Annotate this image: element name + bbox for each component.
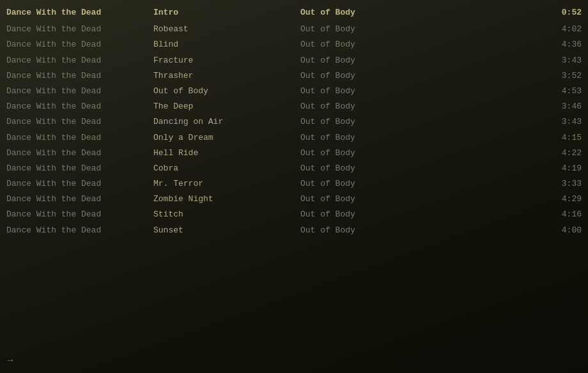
track-duration: 4:00 — [447, 225, 582, 236]
track-album: Out of Body — [300, 86, 447, 97]
table-row[interactable]: Dance With the Dead Zombie Night Out of … — [0, 192, 588, 207]
track-title: Thrasher — [153, 70, 300, 82]
track-artist: Dance With the Dead — [6, 24, 153, 35]
track-album: Out of Body — [300, 178, 447, 190]
table-row[interactable]: Dance With the Dead Out of Body Out of B… — [0, 84, 588, 99]
track-duration: 3:43 — [447, 116, 582, 128]
track-artist: Dance With the Dead — [6, 148, 153, 159]
track-duration: 4:22 — [447, 148, 582, 159]
track-album: Out of Body — [300, 225, 447, 236]
track-title: The Deep — [153, 101, 300, 112]
track-duration: 4:53 — [447, 86, 582, 97]
track-album: Out of Body — [300, 194, 447, 205]
track-duration: 3:43 — [447, 55, 582, 66]
track-title: Only a Dream — [153, 132, 300, 144]
track-title: Fracture — [153, 55, 300, 66]
track-title: Sunset — [153, 225, 300, 236]
track-artist: Dance With the Dead — [6, 86, 153, 97]
track-title: Out of Body — [153, 86, 300, 97]
track-artist: Dance With the Dead — [6, 70, 153, 82]
track-title: Stitch — [153, 209, 300, 220]
table-row[interactable]: Dance With the Dead Cobra Out of Body 4:… — [0, 161, 588, 176]
track-album: Out of Body — [300, 116, 447, 128]
header-album: Out of Body — [300, 7, 447, 19]
track-duration: 4:15 — [447, 132, 582, 144]
table-row[interactable]: Dance With the Dead Mr. Terror Out of Bo… — [0, 176, 588, 192]
track-album: Out of Body — [300, 209, 447, 220]
track-title: Zombie Night — [153, 194, 300, 205]
track-album: Out of Body — [300, 24, 447, 35]
track-artist: Dance With the Dead — [6, 163, 153, 174]
track-album: Out of Body — [300, 101, 447, 112]
track-artist: Dance With the Dead — [6, 116, 153, 128]
track-album: Out of Body — [300, 70, 447, 82]
table-row[interactable]: Dance With the Dead Fracture Out of Body… — [0, 53, 588, 68]
track-artist: Dance With the Dead — [6, 55, 153, 66]
track-album: Out of Body — [300, 39, 447, 50]
track-title: Cobra — [153, 163, 300, 174]
track-album: Out of Body — [300, 132, 447, 144]
track-duration: 4:36 — [447, 39, 582, 50]
track-duration: 3:52 — [447, 70, 582, 82]
track-title: Dancing on Air — [153, 116, 300, 128]
track-duration: 3:46 — [447, 101, 582, 112]
track-artist: Dance With the Dead — [6, 194, 153, 205]
table-row[interactable]: Dance With the Dead Sunset Out of Body 4… — [0, 223, 588, 238]
track-artist: Dance With the Dead — [6, 209, 153, 220]
table-row[interactable]: Dance With the Dead Dancing on Air Out o… — [0, 114, 588, 130]
track-duration: 4:29 — [447, 194, 582, 205]
track-title: Blind — [153, 39, 300, 50]
table-row[interactable]: Dance With the Dead Stitch Out of Body 4… — [0, 207, 588, 222]
table-row[interactable]: Dance With the Dead Hell Ride Out of Bod… — [0, 146, 588, 161]
track-album: Out of Body — [300, 163, 447, 174]
track-artist: Dance With the Dead — [6, 178, 153, 190]
table-row[interactable]: Dance With the Dead Robeast Out of Body … — [0, 22, 588, 37]
track-title: Robeast — [153, 24, 300, 35]
table-row[interactable]: Dance With the Dead Thrasher Out of Body… — [0, 68, 588, 84]
track-artist: Dance With the Dead — [6, 101, 153, 112]
table-row[interactable]: Dance With the Dead Only a Dream Out of … — [0, 130, 588, 146]
track-artist: Dance With the Dead — [6, 225, 153, 236]
track-album: Out of Body — [300, 148, 447, 159]
track-title: Hell Ride — [153, 148, 300, 159]
table-row[interactable]: Dance With the Dead The Deep Out of Body… — [0, 99, 588, 114]
header-duration: 0:52 — [447, 7, 582, 19]
track-duration: 4:16 — [447, 209, 582, 220]
table-header: Dance With the Dead Intro Out of Body 0:… — [0, 5, 588, 20]
track-artist: Dance With the Dead — [6, 132, 153, 144]
track-album: Out of Body — [300, 55, 447, 66]
track-artist: Dance With the Dead — [6, 39, 153, 50]
track-duration: 4:19 — [447, 163, 582, 174]
header-artist: Dance With the Dead — [6, 7, 153, 19]
header-title: Intro — [153, 7, 300, 19]
track-title: Mr. Terror — [153, 178, 300, 190]
bottom-arrow-icon: → — [8, 355, 13, 365]
track-duration: 3:33 — [447, 178, 582, 190]
track-list: Dance With the Dead Intro Out of Body 0:… — [0, 0, 588, 243]
table-row[interactable]: Dance With the Dead Blind Out of Body 4:… — [0, 37, 588, 52]
track-duration: 4:02 — [447, 24, 582, 35]
